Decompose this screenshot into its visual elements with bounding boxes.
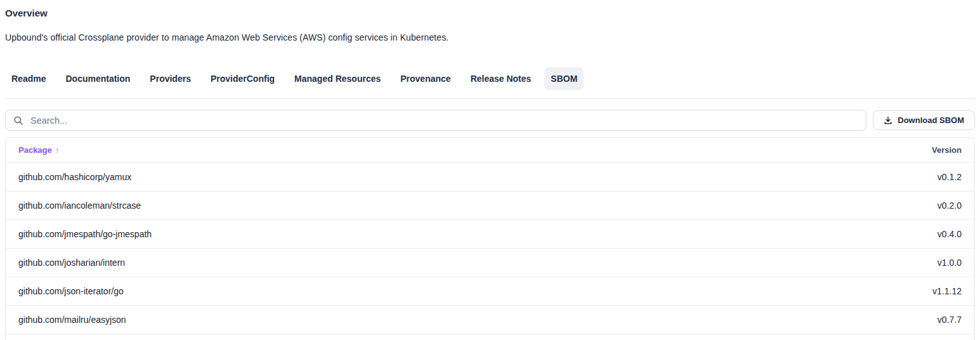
version-cell: v0.7.7 (938, 315, 962, 325)
table-body: github.com/hashicorp/yamuxv0.1.2github.c… (6, 163, 974, 340)
download-sbom-button[interactable]: Download SBOM (873, 110, 975, 130)
search-input[interactable] (29, 115, 858, 126)
version-cell: v0.4.0 (938, 229, 962, 239)
column-header-version[interactable]: Version (932, 145, 962, 155)
column-header-package[interactable]: Package ↑ (18, 145, 59, 155)
tab-readme[interactable]: Readme (5, 67, 52, 90)
table-header-row: Package ↑ Version (6, 138, 974, 163)
provider-sbom-page: Overview Upbound's official Crossplane p… (0, 8, 980, 340)
table-row-partial (6, 334, 974, 340)
table-row[interactable]: github.com/mailru/easyjsonv0.7.7 (6, 306, 974, 334)
package-cell: github.com/jmespath/go-jmespath (18, 229, 152, 239)
sort-ascending-icon: ↑ (55, 145, 60, 155)
version-cell: v1.1.12 (932, 286, 962, 296)
version-cell: v0.2.0 (938, 200, 962, 211)
tab-providers[interactable]: Providers (143, 67, 197, 90)
toolbar: Download SBOM (5, 110, 975, 131)
tab-bar: ReadmeDocumentationProvidersProviderConf… (5, 67, 975, 90)
table-row[interactable]: github.com/josharian/internv1.0.0 (6, 249, 974, 277)
tabs-divider (5, 98, 975, 99)
download-sbom-label: Download SBOM (898, 115, 964, 125)
tab-documentation[interactable]: Documentation (59, 67, 136, 90)
table-row[interactable]: github.com/iancoleman/strcasev0.2.0 (6, 192, 974, 220)
sbom-table: Package ↑ Version github.com/hashicorp/y… (5, 137, 975, 340)
package-cell: github.com/json-iterator/go (18, 286, 124, 296)
page-title: Overview (5, 8, 975, 18)
package-cell: github.com/iancoleman/strcase (18, 200, 141, 211)
table-row[interactable]: github.com/hashicorp/yamuxv0.1.2 (6, 163, 974, 192)
package-cell: github.com/mailru/easyjson (18, 315, 126, 325)
version-cell: v1.0.0 (938, 258, 962, 268)
search-icon (13, 115, 23, 126)
download-icon (884, 116, 892, 125)
tab-release-notes[interactable]: Release Notes (464, 67, 538, 90)
tab-managed-resources[interactable]: Managed Resources (288, 67, 387, 90)
tab-sbom[interactable]: SBOM (544, 67, 584, 90)
package-cell: github.com/josharian/intern (18, 258, 125, 268)
tab-provenance[interactable]: Provenance (394, 67, 457, 90)
tab-providerconfig[interactable]: ProviderConfig (204, 67, 281, 90)
package-cell: github.com/hashicorp/yamux (18, 172, 131, 182)
table-row[interactable]: github.com/jmespath/go-jmespathv0.4.0 (6, 220, 974, 249)
table-row[interactable]: github.com/json-iterator/gov1.1.12 (6, 277, 974, 306)
column-header-package-label: Package (18, 145, 52, 155)
version-cell: v0.1.2 (938, 172, 962, 182)
search-box[interactable] (5, 110, 866, 131)
page-description: Upbound's official Crossplane provider t… (5, 32, 975, 43)
